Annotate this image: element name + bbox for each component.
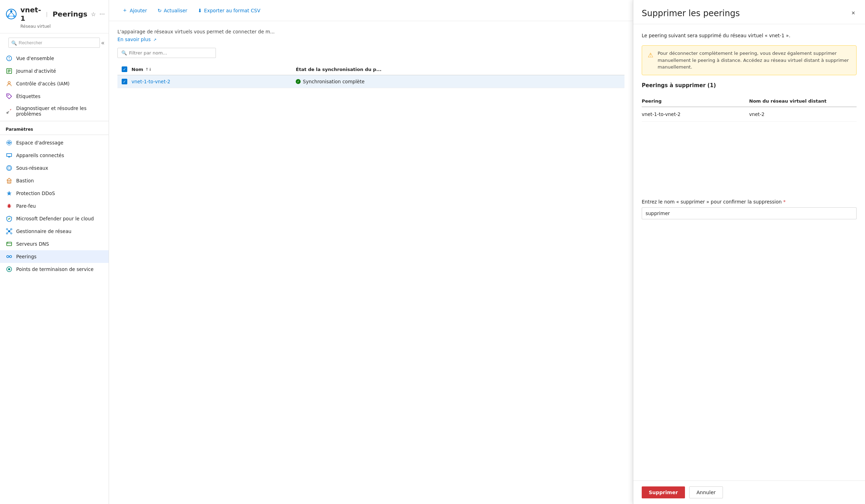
- sidebar: vnet-1 | Peerings ☆ ··· Réseau virtuel 🔍…: [0, 0, 109, 504]
- export-button[interactable]: ⬇ Exporter au format CSV: [193, 5, 265, 16]
- col-peering-header: Peering: [642, 98, 749, 104]
- delete-panel: Supprimer les peerings × Le peering suiv…: [633, 0, 865, 504]
- section-parametres: Paramètres: [0, 123, 109, 133]
- overview-icon: [6, 55, 13, 62]
- search-input[interactable]: [8, 38, 100, 48]
- delete-button[interactable]: Supprimer: [642, 486, 685, 498]
- wrench-icon: [6, 108, 13, 115]
- nav-activity-log[interactable]: Journal d'activité: [0, 65, 109, 77]
- cancel-button[interactable]: Annuler: [689, 486, 723, 498]
- nav-network-manager-label: Gestionnaire de réseau: [16, 228, 71, 234]
- filter-row: 🔍: [117, 48, 624, 58]
- row-checkmark: ✓: [123, 79, 126, 84]
- more-options-icon[interactable]: ···: [100, 11, 105, 18]
- favorite-star-icon[interactable]: ☆: [91, 11, 96, 18]
- nav-defender[interactable]: Microsoft Defender pour le cloud: [0, 212, 109, 225]
- select-all-checkbox[interactable]: ✓: [122, 66, 127, 72]
- svg-point-22: [7, 166, 12, 170]
- peerings-count-title: Peerings à supprimer (1): [642, 82, 857, 89]
- peerings-icon: [6, 253, 13, 260]
- nav-divider: [0, 121, 109, 121]
- search-icon: 🔍: [11, 40, 17, 45]
- export-icon: ⬇: [198, 8, 202, 13]
- export-label: Exporter au format CSV: [204, 8, 260, 13]
- panel-header: Supprimer les peerings ×: [633, 0, 865, 24]
- nav-firewall-label: Pare-feu: [16, 203, 36, 209]
- svg-rect-24: [7, 180, 11, 183]
- panel-title: Supprimer les peerings: [642, 8, 740, 18]
- svg-point-40: [9, 256, 12, 258]
- nav-ddos[interactable]: Protection DDoS: [0, 187, 109, 200]
- resource-type: Réseau virtuel: [20, 24, 103, 29]
- section-divider: [0, 135, 109, 135]
- panel-table-row: vnet-1-to-vnet-2 vnet-2: [642, 107, 857, 122]
- nav-diagnose[interactable]: Diagnostiquer et résoudre les problèmes: [0, 103, 109, 119]
- nav-iam[interactable]: Contrôle d'accès (IAM): [0, 77, 109, 90]
- svg-point-14: [8, 82, 10, 84]
- nav-dns-servers-label: Serveurs DNS: [16, 241, 49, 247]
- nav-defender-label: Microsoft Defender pour le cloud: [16, 216, 94, 221]
- nav-connected-devices-label: Appareils connectés: [16, 153, 64, 158]
- table-header: ✓ Nom ↑↓ État de la synchronisation du p…: [117, 64, 624, 75]
- subnet-icon: [6, 164, 13, 172]
- devices-icon: [6, 152, 13, 159]
- peerings-count-section: Peerings à supprimer (1): [642, 82, 857, 89]
- confirm-label-text: Entrez le nom « supprimer » pour confirm…: [642, 199, 782, 205]
- nav-subnets[interactable]: Sous-réseaux: [0, 162, 109, 174]
- sort-name-icon[interactable]: ↑↓: [145, 67, 152, 72]
- ddos-icon: [6, 190, 13, 197]
- learn-more-link[interactable]: En savoir plus ↗: [117, 37, 156, 42]
- nav-address-space[interactable]: Espace d'adressage: [0, 136, 109, 149]
- warning-icon: ⚠: [648, 50, 653, 71]
- defender-icon: [6, 215, 13, 222]
- nav-bastion[interactable]: Bastion: [0, 174, 109, 187]
- page-name: Peerings: [52, 10, 87, 18]
- svg-rect-36: [7, 242, 12, 246]
- row-checkbox[interactable]: ✓: [122, 79, 127, 84]
- external-link-icon: ↗: [153, 38, 156, 42]
- main-area: ＋ Ajouter ↻ Actualiser ⬇ Exporter au for…: [109, 0, 633, 504]
- nav-address-space-label: Espace d'adressage: [16, 140, 63, 146]
- refresh-button[interactable]: ↻ Actualiser: [153, 5, 192, 16]
- add-icon: ＋: [122, 7, 128, 14]
- nav-peerings[interactable]: Peerings: [0, 250, 109, 263]
- firewall-icon: [6, 202, 13, 209]
- select-all-checkmark: ✓: [123, 67, 126, 72]
- add-button[interactable]: ＋ Ajouter: [117, 4, 152, 17]
- nav-overview[interactable]: Vue d'ensemble: [0, 52, 109, 65]
- filter-input-wrapper: 🔍: [117, 48, 216, 58]
- panel-close-button[interactable]: ×: [850, 8, 857, 18]
- svg-point-23: [8, 167, 11, 169]
- confirm-input[interactable]: [642, 207, 857, 219]
- nav-dns-servers[interactable]: Serveurs DNS: [0, 238, 109, 250]
- svg-point-15: [8, 95, 9, 96]
- svg-line-4: [8, 12, 11, 15]
- nav-connected-devices[interactable]: Appareils connectés: [0, 149, 109, 162]
- col-name-header: Nom: [132, 67, 143, 72]
- filter-input[interactable]: [129, 50, 212, 56]
- toolbar: ＋ Ajouter ↻ Actualiser ⬇ Exporter au for…: [109, 0, 633, 21]
- vnet-icon: [6, 8, 17, 20]
- nav-network-manager[interactable]: Gestionnaire de réseau: [0, 225, 109, 238]
- nav-firewall[interactable]: Pare-feu: [0, 200, 109, 212]
- filter-search-icon: 🔍: [121, 50, 127, 56]
- nav-ddos-label: Protection DDoS: [16, 190, 55, 196]
- collapse-sidebar-button[interactable]: «: [100, 38, 106, 47]
- svg-point-1: [10, 10, 12, 12]
- refresh-icon: ↻: [158, 8, 162, 13]
- log-icon: [6, 67, 13, 75]
- peering-name-link[interactable]: vnet-1-to-vnet-2: [132, 79, 296, 84]
- panel-footer: Supprimer Annuler: [633, 480, 865, 504]
- nav-iam-label: Contrôle d'accès (IAM): [16, 81, 70, 86]
- refresh-label: Actualiser: [164, 8, 187, 13]
- nav-tags[interactable]: Étiquettes: [0, 90, 109, 103]
- sync-check-icon: ✓: [297, 80, 300, 83]
- nav-service-endpoints[interactable]: Points de terminaison de service: [0, 263, 109, 276]
- confirm-label: Entrez le nom « supprimer » pour confirm…: [642, 199, 857, 205]
- endpoints-icon: [6, 266, 13, 273]
- svg-point-9: [9, 59, 9, 60]
- sync-status-text: Synchronisation complète: [303, 79, 364, 84]
- resource-name: vnet-1: [20, 6, 41, 22]
- nav-activity-log-label: Journal d'activité: [16, 68, 56, 74]
- nav-bastion-label: Bastion: [16, 178, 34, 183]
